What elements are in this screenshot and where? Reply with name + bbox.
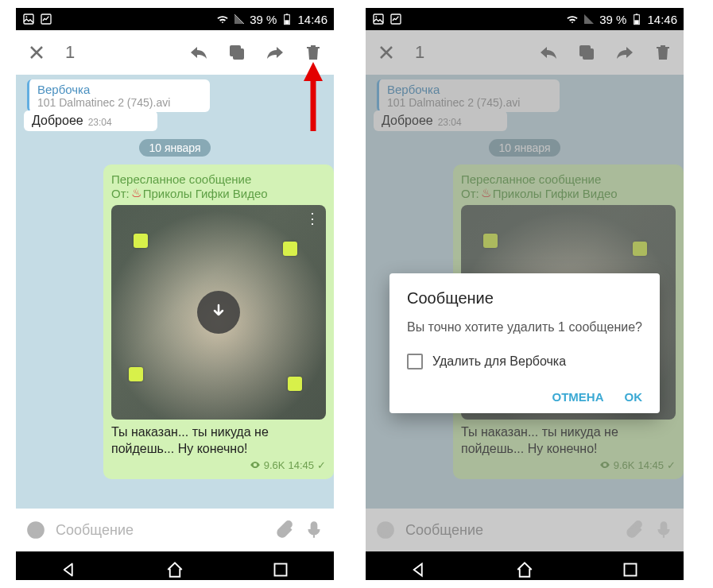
- video-thumbnail[interactable]: ⋮: [111, 205, 326, 420]
- message-caption: Ты наказан... ты никуда не пойдешь... Ну…: [111, 424, 326, 458]
- reply-contact-name: Вербочка: [37, 83, 202, 96]
- forward-icon[interactable]: [265, 43, 285, 62]
- signal-icon: [233, 13, 246, 25]
- svg-rect-5: [285, 20, 289, 24]
- battery-text: 39 %: [599, 13, 626, 26]
- delete-for-both-label: Удалить для Вербочка: [432, 354, 566, 369]
- wifi-icon: [566, 13, 579, 25]
- chart-notif-icon: [389, 13, 402, 25]
- home-nav-icon[interactable]: [163, 558, 187, 580]
- svg-point-1: [25, 16, 27, 17]
- home-nav-icon[interactable]: [513, 558, 537, 580]
- phone-left-screenshot: 39 % 14:46 1 Вербочка 101 Dalmatinec 2 (…: [16, 8, 334, 580]
- outgoing-message: Доброее 23:04: [374, 110, 507, 131]
- delete-icon: [653, 43, 672, 62]
- svg-point-22: [382, 528, 384, 529]
- phone-right-screenshot: 39 % 14:46 1 Вербочка 101 Dalmatinec 2 (…: [366, 8, 684, 580]
- emoji-icon: [375, 520, 396, 540]
- download-arrow-icon: [209, 303, 228, 322]
- copy-icon: [577, 43, 596, 62]
- outgoing-message[interactable]: Доброее 23:04: [24, 110, 157, 131]
- status-bar: 39 % 14:46: [16, 8, 334, 30]
- attach-icon[interactable]: [273, 520, 294, 540]
- svg-rect-7: [231, 46, 240, 56]
- message-input-bar: Сообщение: [366, 509, 684, 551]
- signal-icon: [583, 13, 595, 25]
- delete-for-both-row[interactable]: Удалить для Вербочка: [407, 354, 642, 369]
- copy-icon[interactable]: [227, 43, 246, 62]
- reply-icon: [539, 43, 558, 62]
- back-nav-icon[interactable]: [57, 558, 81, 580]
- delete-for-both-checkbox[interactable]: [407, 354, 423, 369]
- download-button[interactable]: [197, 291, 240, 334]
- close-icon[interactable]: [27, 43, 46, 62]
- cancel-button[interactable]: ОТМЕНА: [552, 390, 604, 404]
- delete-confirm-dialog: Сообщение Вы точно хотите удалить 1 сооб…: [389, 273, 660, 413]
- reply-file-name: 101 Dalmatinec 2 (745).avi: [37, 96, 202, 109]
- close-icon: [377, 43, 396, 62]
- views-icon: [250, 459, 261, 470]
- views-count: 9.6K: [264, 459, 285, 471]
- views-icon: [599, 459, 610, 470]
- svg-point-8: [28, 522, 44, 538]
- wifi-icon: [216, 13, 229, 25]
- sent-check-icon: ✓: [667, 459, 676, 471]
- svg-rect-17: [636, 14, 638, 14]
- chart-notif-icon: [40, 13, 52, 25]
- forwarded-label: Пересланное сообщение: [111, 172, 326, 186]
- attach-icon: [623, 520, 644, 540]
- selection-action-bar: 1: [366, 30, 684, 75]
- mic-icon: [653, 520, 674, 540]
- sent-check-icon: ✓: [317, 459, 326, 471]
- status-bar: 39 % 14:46: [366, 8, 684, 30]
- date-separator: 10 января: [139, 139, 210, 157]
- svg-rect-12: [275, 564, 287, 576]
- chat-area[interactable]: Вербочка 101 Dalmatinec 2 (745).avi Добр…: [16, 75, 334, 509]
- reply-preview: Вербочка 101 Dalmatinec 2 (745).avi: [377, 79, 560, 112]
- message-time: 23:04: [88, 117, 112, 128]
- chat-area: Вербочка 101 Dalmatinec 2 (745).avi Добр…: [366, 75, 684, 509]
- android-nav-bar: [366, 551, 684, 580]
- back-nav-icon[interactable]: [407, 558, 431, 580]
- message-input-bar: Сообщение: [16, 509, 334, 551]
- recents-nav-icon[interactable]: [618, 558, 642, 580]
- android-nav-bar: [16, 551, 334, 580]
- svg-rect-4: [286, 14, 289, 14]
- svg-point-23: [387, 528, 389, 529]
- video-menu-icon[interactable]: ⋮: [305, 210, 320, 227]
- svg-rect-25: [625, 564, 637, 576]
- hotsprings-icon: ♨: [131, 186, 141, 200]
- svg-rect-20: [580, 46, 590, 56]
- image-notif-icon: [22, 13, 35, 25]
- forwarded-time: 14:45: [288, 459, 314, 471]
- svg-rect-0: [24, 14, 33, 24]
- message-input: Сообщение: [405, 522, 614, 539]
- svg-point-10: [37, 528, 39, 529]
- forwarded-message-bubble[interactable]: Пересланное сообщение От: ♨ Приколы Гифк…: [103, 164, 334, 479]
- emoji-icon[interactable]: [25, 520, 46, 540]
- battery-icon: [630, 13, 643, 25]
- reply-icon[interactable]: [189, 43, 208, 62]
- svg-point-9: [33, 528, 34, 529]
- dialog-message: Вы точно хотите удалить 1 сообщение?: [407, 319, 642, 336]
- clock-text: 14:46: [647, 13, 677, 26]
- clock-text: 14:46: [297, 13, 327, 26]
- reply-preview[interactable]: Вербочка 101 Dalmatinec 2 (745).avi: [27, 79, 210, 112]
- recents-nav-icon[interactable]: [269, 558, 293, 580]
- selection-action-bar: 1: [16, 30, 334, 75]
- ok-button[interactable]: OK: [625, 390, 643, 404]
- battery-text: 39 %: [250, 13, 277, 26]
- message-meta: 9.6K 14:45 ✓: [111, 459, 326, 471]
- dialog-title: Сообщение: [407, 289, 642, 308]
- selection-count: 1: [415, 42, 424, 63]
- svg-point-21: [378, 522, 393, 538]
- svg-rect-18: [635, 20, 639, 24]
- image-notif-icon: [372, 13, 385, 25]
- date-separator: 10 января: [489, 139, 560, 157]
- svg-rect-13: [374, 14, 383, 24]
- red-arrow-annotation: [289, 56, 329, 135]
- mic-icon[interactable]: [304, 520, 324, 540]
- message-input[interactable]: Сообщение: [56, 522, 264, 539]
- svg-point-14: [375, 16, 377, 17]
- battery-icon: [281, 13, 293, 25]
